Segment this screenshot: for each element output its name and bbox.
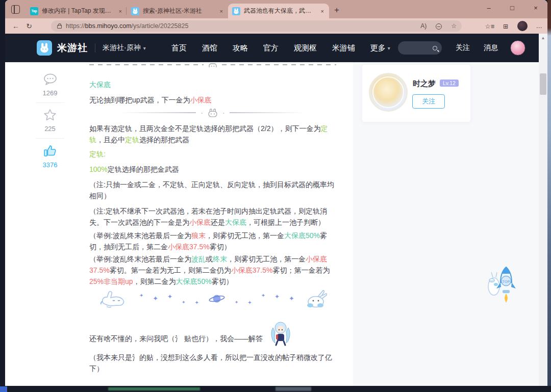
like-button[interactable]: 3376	[32, 144, 68, 169]
rabbit-face-icon	[209, 63, 217, 68]
zoom-out-icon[interactable]	[436, 23, 442, 30]
user-avatar[interactable]	[510, 40, 525, 56]
back-to-top-button[interactable]: TOP	[486, 265, 519, 309]
comment-icon	[43, 73, 57, 86]
rabbit-icon	[208, 109, 218, 117]
browser-profile-avatar[interactable]	[517, 21, 528, 31]
chibi-character-icon	[270, 321, 291, 347]
tab-title: 搜索-原神社区-米游社	[143, 7, 215, 15]
chevron-down-icon: ▾	[388, 45, 390, 51]
header-messages-link[interactable]: 消息	[484, 43, 498, 53]
site-logo-text[interactable]: 米游社	[57, 41, 88, 55]
article-content: 大保底 无论抽到哪把up武器，下一金为小保底 · · 如果有选定轨，且两次金全不…	[89, 62, 336, 386]
channel-selector[interactable]: 米游社·原神▾	[103, 43, 146, 53]
nav-item-6[interactable]: 米游铺	[332, 43, 355, 53]
desktop-fragment	[108, 387, 200, 390]
sparkle-icon: ✦	[289, 293, 294, 304]
paragraph: 如果有选定轨，且两次金全不是定轨选择的那把武器（2/2），则下一金为定轨，且必中…	[89, 123, 336, 145]
collections-icon[interactable]: ⊞	[503, 22, 508, 30]
tab-close-icon[interactable]: ×	[320, 8, 325, 14]
nav-item-3[interactable]: 攻略	[233, 43, 248, 53]
rocket-rabbit-icon	[488, 272, 499, 295]
tab-actions-menu-icon[interactable]	[11, 5, 20, 14]
desktop-fragment	[0, 386, 7, 392]
search-input[interactable]	[398, 41, 442, 55]
star-icon	[43, 109, 57, 121]
divider	[36, 138, 64, 139]
comments-button[interactable]: 1269	[32, 73, 68, 97]
page-scrollbar[interactable]: ▲	[539, 34, 547, 386]
site-header: 米游社 米游社·原神▾ 首页酒馆攻略官方观测枢米游铺更多▾ 关注 消息	[5, 34, 539, 62]
tab-close-icon[interactable]: ×	[118, 8, 123, 14]
browser-titlebar: Tap 修改内容 | TapTap 发现好游戏 × 搜索-原神社区-米游社 × …	[5, 0, 547, 18]
thumbs-up-icon	[43, 144, 57, 158]
lock-icon	[57, 25, 62, 29]
paragraph-label: 定轨:	[89, 148, 336, 160]
dashed-divider	[89, 62, 336, 67]
divider	[36, 102, 64, 103]
nav-item-1[interactable]: 首页	[171, 43, 187, 53]
favorite-button[interactable]: 225	[32, 109, 68, 133]
author-avatar[interactable]	[369, 73, 408, 112]
miyoushe-icon	[131, 7, 139, 15]
window-controls: – □ ×	[477, 0, 547, 15]
rabbit-divider: · ·	[89, 108, 336, 118]
favorites-bar-icon[interactable]: ☆≡	[485, 22, 495, 30]
sparkle-icon: ✦	[153, 293, 158, 304]
bunny-icon	[304, 290, 327, 308]
browser-toolbar: ← ↻ https://bbs.mihoyo.com/ys/article/20…	[5, 18, 547, 34]
miyoushe-logo-icon[interactable]	[37, 40, 52, 56]
close-button[interactable]: ×	[524, 0, 547, 15]
paragraph: （举例:波乱终末池若最后一金为波乱或终末，则雾切无工池，第一金小保底37.5%雾…	[89, 253, 336, 287]
scrollbar-up-arrow[interactable]: ▲	[539, 34, 547, 40]
rocket-icon	[496, 267, 516, 303]
favorite-add-icon[interactable]: ☆	[451, 22, 457, 30]
decorative-divider: ✦ ✦ ✦ ✦ ✦ ✦ ✦ ✦ ✦ ✦	[89, 287, 336, 310]
new-tab-button[interactable]: +	[334, 5, 339, 15]
paragraph-row: 还有啥不懂的，来问我吧（氵 贴也行），我会——解答	[89, 318, 336, 344]
paragraph: 无论抽到哪把up武器，下一金为小保底	[89, 94, 336, 106]
nav-item-4[interactable]: 官方	[263, 43, 279, 53]
main-nav: 首页酒馆攻略官方观测枢米游铺更多▾	[171, 43, 390, 53]
paragraph: （注:定轨不继承下一次武器池，若未在池子时间内抽出定轨武器，则定轨消失。下一次武…	[89, 205, 336, 228]
author-follow-button[interactable]: 关注	[412, 94, 445, 109]
maximize-button[interactable]: □	[500, 0, 524, 15]
paragraph: （举例:波乱终末池若最后一金为狼末，则雾切无工池，第一金大保底50%雾切，抽到无…	[89, 230, 336, 252]
taptap-icon: Tap	[30, 7, 38, 15]
header-follow-link[interactable]: 关注	[456, 43, 470, 53]
saturn-icon	[208, 293, 226, 304]
refresh-icon[interactable]: ↻	[22, 22, 36, 30]
browser-tab-1[interactable]: Tap 修改内容 | TapTap 发现好游戏 ×	[26, 4, 127, 18]
likes-count: 3376	[32, 161, 68, 169]
sparkle-icon: ✦	[247, 297, 252, 308]
tab-title: 武器池也有大保底，武器池保底	[244, 7, 316, 15]
desktop-wallpaper-right	[547, 0, 551, 392]
minimize-button[interactable]: –	[477, 0, 500, 15]
settings-more-icon[interactable]: …	[536, 22, 543, 30]
scrollbar-thumb[interactable]	[540, 73, 546, 95]
tab-close-icon[interactable]: ×	[219, 8, 224, 14]
paragraph: 还有啥不懂的，来问我吧（氵 贴也行），我会——解答	[89, 333, 263, 344]
comments-count: 1269	[32, 89, 68, 97]
paragraph: （注:只抽一金或二金，不定轨、正向定轨、反向定轨，抽到目标武器的概率均相同）	[89, 179, 336, 201]
sparkle-icon: ✦	[274, 291, 280, 302]
engagement-rail: 1269 225 3376	[32, 73, 68, 169]
svg-text:TOP: TOP	[502, 279, 510, 284]
sparkle-icon: ✦	[139, 290, 143, 301]
sparkle-icon: ✦	[167, 291, 172, 302]
nav-item-5[interactable]: 观测枢	[294, 43, 317, 53]
read-aloud-icon[interactable]: A)	[420, 22, 427, 30]
sparkle-icon: ✦	[261, 290, 265, 301]
nav-item-7[interactable]: 更多▾	[370, 43, 390, 53]
chevron-down-icon: ▾	[143, 45, 146, 51]
back-icon[interactable]: ←	[9, 22, 22, 30]
author-card: 时之梦 Lv.12 关注	[362, 65, 470, 122]
nav-item-2[interactable]: 酒馆	[202, 43, 217, 53]
paragraph-label: 大保底	[89, 79, 336, 90]
browser-tab-3-active[interactable]: 武器池也有大保底，武器池保底 ×	[228, 4, 329, 18]
sparkle-icon: ✦	[195, 297, 199, 308]
address-bar[interactable]: https://bbs.mihoyo.com/ys/article/202258…	[51, 20, 462, 32]
desktop-wallpaper-bottom	[0, 386, 551, 392]
browser-tab-2[interactable]: 搜索-原神社区-米游社 ×	[127, 4, 228, 18]
author-name[interactable]: 时之梦	[413, 79, 436, 89]
